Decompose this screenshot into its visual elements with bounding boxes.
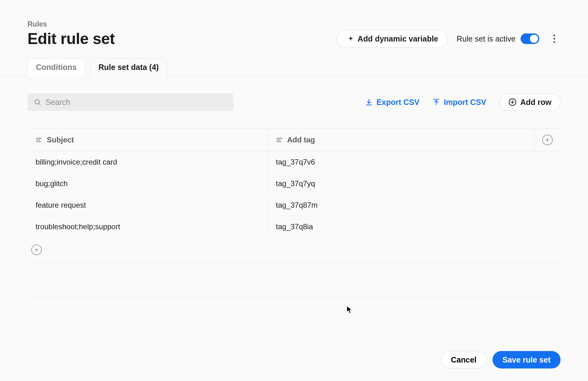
save-rule-set-button[interactable]: Save rule set bbox=[492, 351, 561, 369]
table-body: billing;invoice;credit cardtag_37q7v6bug… bbox=[27, 151, 561, 238]
table-row[interactable]: troubleshoot;help;supporttag_37q8ia bbox=[27, 216, 561, 238]
toggle-knob bbox=[530, 35, 538, 43]
table-spacer bbox=[27, 262, 561, 297]
tab-conditions[interactable]: Conditions bbox=[27, 58, 85, 77]
add-row-bar bbox=[27, 238, 561, 262]
tab-rule-set-data[interactable]: Rule set data (4) bbox=[90, 58, 167, 77]
add-row-button[interactable]: Add row bbox=[499, 93, 561, 111]
column-subject-label: Subject bbox=[47, 136, 74, 144]
column-header-subject[interactable]: Subject bbox=[27, 129, 268, 151]
search-input[interactable] bbox=[46, 98, 227, 107]
cell-tag[interactable]: tag_37q8ia bbox=[268, 216, 534, 237]
plus-icon bbox=[34, 247, 39, 253]
cell-subject[interactable]: billing;invoice;credit card bbox=[27, 151, 268, 173]
cell-subject[interactable]: feature request bbox=[27, 195, 268, 216]
more-menu-button[interactable] bbox=[548, 32, 561, 45]
svg-point-2 bbox=[553, 41, 555, 43]
svg-point-0 bbox=[553, 35, 555, 37]
footer-actions: Cancel Save rule set bbox=[27, 342, 561, 369]
toolbar: Export CSV Import CSV Add row bbox=[27, 93, 561, 111]
text-align-icon bbox=[36, 136, 42, 143]
add-dynamic-variable-label: Add dynamic variable bbox=[358, 34, 438, 43]
search-field-wrap[interactable] bbox=[27, 93, 233, 111]
cancel-button[interactable]: Cancel bbox=[441, 351, 486, 369]
table-header: Subject Add tag bbox=[27, 129, 561, 151]
add-row-inline-button[interactable] bbox=[31, 245, 42, 255]
page-header: Edit rule set Add dynamic variable Rule … bbox=[27, 30, 561, 48]
column-header-tag[interactable]: Add tag bbox=[268, 129, 534, 151]
breadcrumb[interactable]: Rules bbox=[27, 20, 561, 28]
active-toggle-label: Rule set is active bbox=[457, 34, 516, 43]
kebab-icon bbox=[553, 34, 556, 43]
table-row[interactable]: bug;glitchtag_37q7yq bbox=[27, 173, 561, 195]
active-toggle[interactable] bbox=[521, 33, 539, 44]
export-csv-label: Export CSV bbox=[376, 98, 419, 107]
add-dynamic-variable-button[interactable]: Add dynamic variable bbox=[337, 30, 448, 47]
import-csv-label: Import CSV bbox=[444, 98, 486, 107]
page-title: Edit rule set bbox=[27, 30, 115, 48]
svg-point-3 bbox=[35, 100, 39, 104]
text-align-icon bbox=[276, 136, 283, 143]
cell-spacer bbox=[534, 173, 561, 194]
add-column-cell bbox=[534, 135, 561, 145]
tabs: Conditions Rule set data (4) bbox=[0, 58, 588, 77]
cell-spacer bbox=[534, 151, 561, 173]
cell-tag[interactable]: tag_37q87m bbox=[268, 195, 534, 216]
download-icon bbox=[365, 98, 373, 106]
table-row[interactable]: feature requesttag_37q87m bbox=[27, 195, 561, 216]
cell-subject[interactable]: troubleshoot;help;support bbox=[27, 216, 268, 237]
column-tag-label: Add tag bbox=[287, 136, 315, 144]
sparkle-icon bbox=[346, 35, 354, 42]
table-row[interactable]: billing;invoice;credit cardtag_37q7v6 bbox=[27, 151, 561, 173]
cell-tag[interactable]: tag_37q7yq bbox=[268, 173, 534, 194]
header-actions: Add dynamic variable Rule set is active bbox=[337, 30, 561, 47]
cell-tag[interactable]: tag_37q7v6 bbox=[268, 151, 534, 173]
rules-table: Subject Add tag billing;invoice;credit c… bbox=[27, 128, 561, 297]
cell-spacer bbox=[534, 216, 561, 237]
cell-spacer bbox=[534, 195, 561, 216]
upload-icon bbox=[433, 98, 440, 106]
plus-icon bbox=[545, 137, 550, 143]
cell-subject[interactable]: bug;glitch bbox=[27, 173, 268, 194]
svg-line-4 bbox=[39, 104, 41, 105]
active-toggle-group: Rule set is active bbox=[457, 33, 539, 44]
search-icon bbox=[34, 98, 41, 106]
add-row-label: Add row bbox=[520, 98, 551, 107]
svg-point-1 bbox=[553, 38, 555, 40]
add-column-button[interactable] bbox=[542, 135, 553, 145]
import-csv-button[interactable]: Import CSV bbox=[433, 98, 486, 107]
plus-circle-icon bbox=[508, 98, 517, 106]
export-csv-button[interactable]: Export CSV bbox=[365, 98, 419, 107]
toolbar-right: Export CSV Import CSV Add row bbox=[365, 93, 561, 111]
